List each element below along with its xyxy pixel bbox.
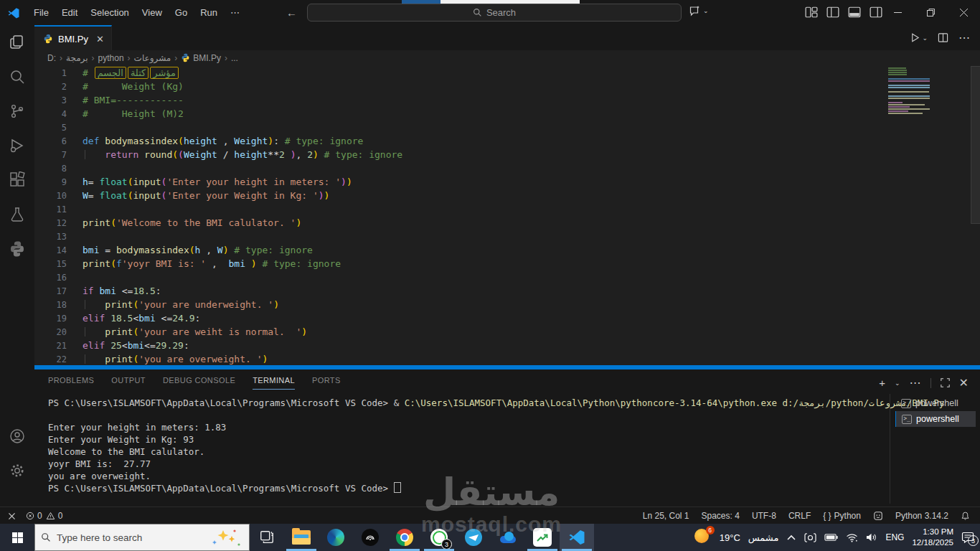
code-line[interactable]: 20 print('your are weiht is normal. ') — [34, 325, 980, 339]
show-hidden-icons-chevron[interactable] — [786, 534, 796, 541]
minimap[interactable] — [888, 67, 933, 115]
split-editor-icon[interactable] — [938, 32, 948, 43]
panel-tab-ports[interactable]: PORTS — [312, 376, 341, 390]
eol-sequence[interactable]: CRLF — [788, 511, 811, 521]
line-number[interactable]: 15 — [34, 258, 67, 271]
menu-item-go[interactable]: Go — [169, 4, 194, 22]
clock[interactable]: 1:30 PM 12/18/2025 — [912, 527, 953, 548]
run-python-file-button[interactable]: ⌄ — [910, 32, 928, 43]
weather-condition[interactable]: مشمس — [748, 532, 779, 543]
line-number[interactable]: 3 — [34, 94, 67, 108]
line-number[interactable]: 1 — [34, 67, 67, 80]
breadcrumb-item[interactable]: D: — [47, 53, 56, 63]
terminal-instance[interactable]: >_powershell — [895, 395, 976, 411]
indentation[interactable]: Spaces: 4 — [702, 511, 740, 521]
panel-more-icon[interactable]: ⋯ — [910, 376, 921, 390]
panel-tab-output[interactable]: OUTPUT — [111, 376, 146, 390]
line-number[interactable]: 18 — [34, 298, 67, 312]
breadcrumb-item[interactable]: BMI.Py — [181, 53, 221, 63]
line-number[interactable]: 14 — [34, 244, 67, 258]
code-line[interactable]: 16 — [34, 270, 980, 284]
customize-layout-icon[interactable] — [805, 6, 818, 19]
line-number[interactable]: 5 — [34, 121, 67, 135]
taskbar-app-edge[interactable] — [319, 524, 353, 551]
weather-widget[interactable]: 6 — [694, 529, 712, 546]
tab-close-icon[interactable]: ✕ — [96, 34, 104, 44]
action-center-button[interactable]: 3 — [961, 532, 974, 543]
code-line[interactable]: 7 return round((Weight / height**2 ), 2)… — [34, 148, 980, 161]
run-dropdown-chevron-icon[interactable]: ⌄ — [922, 34, 928, 42]
code-line[interactable]: 2# Weight (Kg) — [34, 80, 980, 93]
line-number[interactable]: 11 — [34, 203, 67, 217]
line-number[interactable]: 13 — [34, 230, 67, 244]
task-view-button[interactable] — [250, 524, 284, 551]
menu-item-selection[interactable]: Selection — [84, 4, 135, 22]
settings-gear-icon[interactable] — [0, 453, 34, 488]
start-button[interactable] — [0, 524, 34, 551]
cursor-position[interactable]: Ln 25, Col 1 — [643, 511, 689, 521]
code-line[interactable]: 12print('Welcome to the BMI calulator. '… — [34, 216, 980, 230]
code-line[interactable]: 21elif 25<bmi<=29.29: — [34, 339, 980, 352]
code-line[interactable]: 6def bodymassindex(height , Weight): # t… — [34, 134, 980, 148]
more-actions-icon[interactable]: ⋯ — [958, 31, 970, 44]
menu-item-view[interactable]: View — [136, 4, 169, 22]
panel-tab-problems[interactable]: PROBLEMS — [48, 376, 94, 390]
code-line[interactable]: 14bmi = bodymassindex(h , W) # type: ign… — [34, 243, 980, 257]
input-language[interactable]: ENG — [885, 532, 904, 542]
line-number[interactable]: 2 — [34, 80, 67, 94]
code-line[interactable]: 10W= float(input('Enter your Weight in K… — [34, 189, 980, 202]
line-number[interactable]: 8 — [34, 162, 67, 176]
menu-item-run[interactable]: Run — [194, 4, 224, 22]
search-sidebar-icon[interactable] — [0, 60, 34, 94]
line-number[interactable]: 20 — [34, 326, 67, 339]
panel-tab-terminal[interactable]: TERMINAL — [253, 376, 295, 390]
breadcrumb-item[interactable]: ... — [231, 53, 238, 63]
editor-scrollbar[interactable] — [971, 66, 980, 224]
line-number[interactable]: 12 — [34, 217, 67, 230]
close-panel-icon[interactable]: ✕ — [959, 376, 969, 390]
terminal-output[interactable]: PS C:\Users\ISLAMSOFT\AppData\Local\Prog… — [48, 397, 944, 494]
notifications-bell-icon[interactable] — [961, 511, 970, 521]
taskbar-app-stocks[interactable] — [525, 524, 560, 551]
errors-indicator[interactable]: 0 — [26, 511, 42, 521]
back-arrow-icon[interactable]: ← — [286, 6, 297, 19]
python-extension-icon[interactable] — [0, 232, 34, 266]
taskbar-app-chrome[interactable] — [387, 524, 422, 551]
code-editor[interactable]: 1# مؤشركتلةالجسم2# Weight (Kg)3# BMI=---… — [34, 66, 980, 365]
copilot-chat-button[interactable]: ⌄ — [689, 5, 709, 17]
taskbar-app-vscode[interactable] — [560, 524, 594, 551]
line-number[interactable]: 6 — [34, 135, 67, 149]
volume-icon[interactable] — [866, 532, 877, 542]
python-interpreter[interactable]: Python 3.14.2 — [895, 511, 948, 521]
new-terminal-icon[interactable]: + — [879, 377, 885, 389]
terminal-instance[interactable]: >_powershell — [895, 411, 976, 427]
explorer-icon[interactable] — [0, 25, 34, 60]
code-line[interactable]: 19elif 18.5<bmi <=24.9: — [34, 311, 980, 325]
command-search-box[interactable]: Search — [307, 4, 682, 22]
code-line[interactable]: 11 — [34, 202, 980, 216]
code-line[interactable]: 5 — [34, 121, 980, 134]
warnings-indicator[interactable]: 0 — [46, 511, 63, 521]
maximize-panel-icon[interactable] — [941, 378, 950, 387]
code-line[interactable]: 9h= float(input('Enter your height in me… — [34, 175, 980, 189]
breadcrumb-item[interactable]: برمجة — [66, 53, 88, 63]
code-line[interactable]: 1# مؤشركتلةالجسم — [34, 66, 980, 80]
toggle-sidebar-icon[interactable] — [826, 6, 839, 19]
restore-button[interactable] — [914, 0, 947, 25]
taskbar-search-box[interactable]: Type here to search — [34, 524, 250, 551]
tab-bmi-py[interactable]: BMI.Py ✕ — [34, 25, 112, 51]
accounts-icon[interactable] — [0, 419, 34, 453]
line-number[interactable]: 21 — [34, 339, 67, 353]
extensions-icon[interactable] — [0, 163, 34, 197]
code-line[interactable]: 22 print('you are overweight. ') — [34, 352, 980, 366]
wifi-icon[interactable] — [846, 533, 858, 542]
terminal-profile-chevron-icon[interactable]: ⌄ — [895, 380, 900, 387]
weather-temp[interactable]: 19°C — [720, 532, 740, 543]
line-number[interactable]: 19 — [34, 312, 67, 326]
line-number[interactable]: 4 — [34, 108, 67, 121]
testing-icon[interactable] — [0, 197, 34, 232]
taskbar-app-file-explorer[interactable] — [284, 524, 319, 551]
breadcrumb-item[interactable]: python — [98, 53, 124, 63]
status-grid-icon[interactable] — [873, 511, 883, 521]
menu-item-more[interactable]: ⋯ — [224, 4, 246, 22]
